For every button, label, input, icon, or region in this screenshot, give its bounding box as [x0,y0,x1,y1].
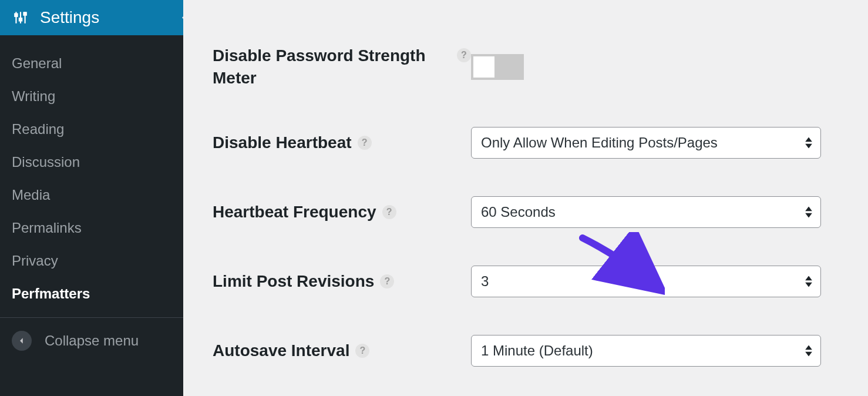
sidebar-item-label: General [12,55,62,71]
sidebar-item-privacy[interactable]: Privacy [0,244,183,277]
updown-caret-icon [805,137,812,148]
sidebar-item-label: Permalinks [12,220,82,236]
sidebar-item-label: Perfmatters [12,286,90,301]
setting-label: Disable Password Strength Meter ? [213,45,471,89]
sidebar-item-perfmatters[interactable]: Perfmatters [0,277,183,310]
settings-sliders-icon [12,9,29,26]
select-value: 1 Minute (Default) [481,343,593,359]
svg-rect-5 [23,12,26,15]
select-limit-post-revisions[interactable]: 3 [471,266,821,297]
updown-caret-icon [805,276,812,287]
setting-label: Limit Post Revisions ? [213,270,471,293]
row-heartbeat-frequency: Heartbeat Frequency ? 60 Seconds [213,177,823,247]
help-icon[interactable]: ? [382,205,396,219]
setting-label: Autosave Interval ? [213,340,471,362]
select-value: 3 [481,273,489,290]
select-disable-heartbeat[interactable]: Only Allow When Editing Posts/Pages [471,127,821,159]
collapse-arrow-icon [12,331,32,351]
admin-sidebar: Settings General Writing Reading Discuss… [0,0,183,396]
row-limit-post-revisions: Limit Post Revisions ? 3 [213,247,823,316]
sidebar-item-reading[interactable]: Reading [0,113,183,146]
row-autosave-interval: Autosave Interval ? 1 Minute (Default) [213,316,823,385]
sidebar-item-label: Reading [12,121,64,137]
collapse-menu-button[interactable]: Collapse menu [0,317,183,364]
label-text: Disable Password Strength Meter [213,45,451,89]
sidebar-header-label: Settings [40,8,99,27]
sidebar-item-label: Writing [12,88,55,104]
sidebar-menu: General Writing Reading Discussion Media… [0,35,183,317]
row-disable-heartbeat: Disable Heartbeat ? Only Allow When Edit… [213,108,823,177]
updown-caret-icon [805,206,812,217]
label-text: Limit Post Revisions [213,270,374,293]
sidebar-item-writing[interactable]: Writing [0,80,183,113]
help-icon[interactable]: ? [380,274,394,288]
select-autosave-interval[interactable]: 1 Minute (Default) [471,335,821,367]
row-disable-password-meter: Disable Password Strength Meter ? [213,0,823,108]
help-icon[interactable]: ? [358,136,372,150]
sidebar-item-media[interactable]: Media [0,179,183,212]
select-heartbeat-frequency[interactable]: 60 Seconds [471,196,821,228]
help-icon[interactable]: ? [457,48,471,62]
setting-label: Heartbeat Frequency ? [213,201,471,223]
updown-caret-icon [805,345,812,356]
label-text: Autosave Interval [213,340,349,362]
sidebar-item-label: Privacy [12,253,58,269]
sidebar-item-general[interactable]: General [0,47,183,80]
svg-rect-4 [19,18,22,21]
sidebar-item-discussion[interactable]: Discussion [0,146,183,179]
sidebar-item-permalinks[interactable]: Permalinks [0,212,183,244]
sidebar-header-settings[interactable]: Settings [0,0,183,35]
help-icon[interactable]: ? [355,344,369,358]
svg-rect-3 [15,14,17,16]
sidebar-item-label: Discussion [12,154,80,170]
collapse-label: Collapse menu [45,333,139,349]
select-value: Only Allow When Editing Posts/Pages [481,135,718,151]
label-text: Disable Heartbeat [213,132,352,154]
label-text: Heartbeat Frequency [213,201,376,223]
toggle-knob [473,56,494,78]
select-value: 60 Seconds [481,204,556,220]
setting-label: Disable Heartbeat ? [213,132,471,154]
settings-panel: Disable Password Strength Meter ? Disabl… [183,0,868,396]
toggle-password-meter[interactable] [471,54,524,80]
sidebar-item-label: Media [12,187,50,203]
